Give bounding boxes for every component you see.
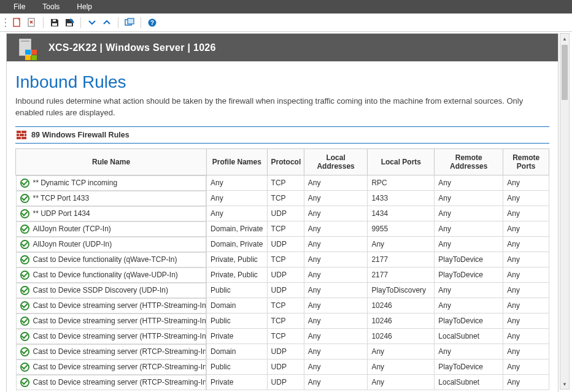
scroll-up-icon[interactable]: ▲ [560,34,569,44]
cell-remote-addr: Any [435,191,503,206]
cell-profiles: Any [207,206,268,221]
cell-remote-addr: Any [435,344,503,359]
cell-remote-addr: LocalSubnet [435,329,503,344]
cell-rule-name: AllJoyn Router (UDP-In) [16,237,207,252]
report-title: XCS-2K22 | Windows Server | 1026 [48,42,216,53]
cell-remote-addr: Any [435,237,503,252]
status-enabled-icon [20,317,29,326]
table-row: ** TCP Port 1433AnyTCPAny1433AnyAny [16,191,549,206]
cell-local-addr: Any [304,191,368,206]
col-local-addresses: Local Addresses [304,148,368,175]
cell-rule-name: AllJoyn Router (TCP-In) [16,221,207,237]
cell-rule-name: Cast to Device streaming server (HTTP-St… [16,313,207,329]
cell-local-port: 2177 [368,267,435,283]
cell-remote-port: Any [503,329,549,344]
cell-protocol: TCP [267,175,304,191]
table-row: ** UDP Port 1434AnyUDPAny1434AnyAny [16,206,549,221]
cell-protocol: UDP [267,375,304,390]
cell-remote-port: Any [503,298,549,313]
toolbar-sep [80,17,81,28]
table-row: Cast to Device streaming server (HTTP-St… [16,313,549,329]
cell-remote-port: Any [503,359,549,375]
cell-local-addr: Any [304,359,368,375]
cell-local-addr: Any [304,252,368,267]
pdf-export-icon[interactable] [11,17,23,29]
cell-remote-port: Any [503,313,549,329]
cell-protocol: TCP [267,221,304,237]
app-window: File Tools Help ? [0,0,572,392]
status-enabled-icon [20,255,29,264]
cell-local-addr: Any [304,375,368,390]
chevron-down-icon[interactable] [86,17,98,29]
status-enabled-icon [20,286,29,295]
cell-local-addr: Any [304,175,368,191]
status-enabled-icon [20,240,29,249]
server-icon [15,39,40,63]
menu-file[interactable]: File [5,1,34,12]
cell-profiles: Domain [207,298,268,313]
cell-rule-name: Cast to Device streaming server (HTTP-St… [16,298,207,313]
rule-name-text: Cast to Device streaming server (RTCP-St… [33,378,207,386]
cell-remote-addr: Any [435,283,503,298]
scroll-down-icon[interactable]: ▼ [560,379,569,389]
table-row: Cast to Device streaming server (RTCP-St… [16,375,549,390]
toolbar: ? [0,13,572,32]
rule-name-text: Cast to Device streaming server (HTTP-St… [33,317,207,325]
rule-count-label: 89 Windows Firewall Rules [31,131,129,139]
cell-rule-name: ** UDP Port 1434 [16,206,207,221]
cell-protocol: UDP [267,344,304,359]
cell-remote-port: Any [503,175,549,191]
cell-remote-addr: PlayToDevice [435,359,503,375]
window-icon[interactable] [123,17,136,29]
close-report-icon[interactable] [26,17,38,29]
cell-protocol: UDP [267,237,304,252]
table-row: Cast to Device streaming server (RTCP-St… [16,359,549,375]
table-row: ** Dynamic TCP incomingAnyTCPAnyRPCAnyAn… [16,175,549,191]
cell-profiles: Public [207,359,268,375]
cell-local-addr: Any [304,298,368,313]
menubar: File Tools Help [0,0,572,13]
rules-table: Rule Name Profile Names Protocol Local A… [15,148,549,391]
page-title: Inbound Rules [15,72,549,92]
cell-local-addr: Any [304,313,368,329]
report-body: Inbound Rules Inbound rules determine wh… [7,61,558,390]
scroll-thumb[interactable] [562,45,568,100]
cell-rule-name: Cast to Device streaming server (RTCP-St… [16,375,207,390]
cell-protocol: TCP [267,191,304,206]
toolbar-grip [5,17,7,28]
status-enabled-icon [20,179,29,188]
cell-remote-port: Any [503,267,549,283]
rule-name-text: Cast to Device streaming server (HTTP-St… [33,301,207,310]
table-row: AllJoyn Router (UDP-In)Domain, PrivateUD… [16,237,549,252]
cell-rule-name: Cast to Device streaming server (RTCP-St… [16,359,207,375]
rule-name-text: AllJoyn Router (TCP-In) [33,225,111,233]
firewall-icon [17,131,26,139]
cell-local-addr: Any [304,267,368,283]
col-local-ports: Local Ports [368,148,435,175]
cell-profiles: Private [207,329,268,344]
cell-rule-name: ** Dynamic TCP incoming [16,175,207,191]
chevron-up-icon[interactable] [101,17,113,29]
vertical-scrollbar[interactable]: ▲ ▼ [560,33,570,390]
col-rule-name: Rule Name [16,148,207,175]
cell-remote-port: Any [503,344,549,359]
status-enabled-icon [20,194,29,203]
rule-name-text: ** Dynamic TCP incoming [33,179,118,187]
toolbar-sep [118,17,118,28]
cell-local-addr: Any [304,283,368,298]
col-remote-ports: Remote Ports [503,148,549,175]
svg-text:?: ? [150,20,154,26]
cell-local-addr: Any [304,221,368,237]
col-profiles: Profile Names [207,148,268,175]
section-header: 89 Windows Firewall Rules [15,126,549,144]
menu-tools[interactable]: Tools [34,1,68,12]
cell-local-port: RPC [368,175,435,191]
status-enabled-icon [20,225,29,234]
cell-local-port: 2177 [368,252,435,267]
menu-help[interactable]: Help [68,1,101,12]
save-edit-icon[interactable] [63,17,75,29]
cell-profiles: Private, Public [207,252,268,267]
save-icon[interactable] [48,17,61,29]
help-icon[interactable]: ? [146,17,158,29]
cell-local-addr: Any [304,344,368,359]
